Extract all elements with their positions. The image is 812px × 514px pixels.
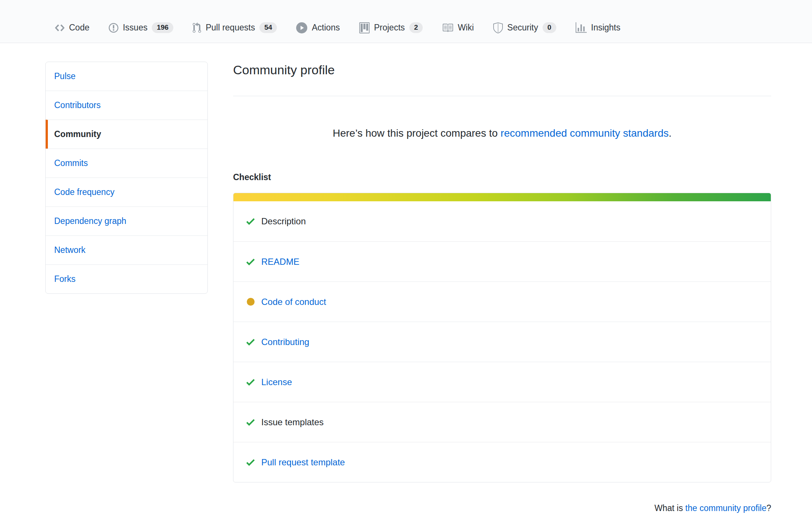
checklist-row-license: License — [233, 362, 771, 402]
nav-tab-wiki[interactable]: Wiki — [442, 22, 474, 33]
sidebar-item-commits[interactable]: Commits — [46, 149, 207, 178]
recommended-standards-link[interactable]: recommended community standards — [501, 127, 669, 139]
graph-icon — [576, 22, 587, 33]
code-icon — [55, 22, 65, 33]
community-profile-main: Community profile Here’s how this projec… — [233, 62, 771, 514]
footer-prefix: What is — [655, 503, 685, 513]
check-icon — [245, 457, 256, 468]
checklist-item-label: Description — [261, 216, 306, 227]
check-icon — [245, 256, 256, 267]
nav-tab-actions[interactable]: Actions — [296, 22, 340, 33]
community-profile-help-link[interactable]: the community profile — [685, 503, 767, 513]
issue-opened-icon — [109, 22, 118, 33]
check-icon — [245, 216, 256, 227]
sidebar-item-forks[interactable]: Forks — [46, 264, 207, 293]
pending-dot-icon — [245, 296, 256, 308]
nav-tab-security[interactable]: Security 0 — [493, 22, 556, 33]
nav-tab-pull-requests[interactable]: Pull requests 54 — [193, 22, 277, 33]
community-health-progress-bar — [233, 193, 771, 201]
checklist-row-contributing: Contributing — [233, 322, 771, 362]
play-icon — [296, 22, 307, 33]
checklist-row-description: Description — [233, 201, 771, 241]
nav-tab-label: Security — [507, 23, 538, 33]
contributing-link[interactable]: Contributing — [261, 337, 309, 347]
shield-icon — [493, 22, 503, 33]
sidebar-item-code-frequency[interactable]: Code frequency — [46, 178, 207, 206]
check-icon — [245, 377, 256, 388]
nav-tab-projects[interactable]: Projects 2 — [359, 22, 423, 33]
footer-suffix: ? — [766, 503, 771, 513]
insights-sidenav: Pulse Contributors Community Commits Cod… — [45, 62, 208, 294]
readme-link[interactable]: README — [261, 257, 299, 267]
checklist-title: Checklist — [233, 171, 771, 183]
nav-tab-label: Projects — [374, 23, 405, 33]
sidebar-item-network[interactable]: Network — [46, 235, 207, 264]
checklist-item-label: Issue templates — [261, 417, 324, 427]
nav-tab-label: Actions — [312, 23, 340, 33]
nav-tab-label: Issues — [123, 23, 147, 33]
project-icon — [359, 22, 370, 33]
sidebar-item-contributors[interactable]: Contributors — [46, 91, 207, 120]
repo-nav: Code Issues 196 Pull requests 54 Actions… — [0, 0, 812, 43]
license-link[interactable]: License — [261, 377, 292, 387]
projects-count-badge: 2 — [409, 22, 423, 33]
sidebar-item-community[interactable]: Community — [46, 120, 207, 149]
intro-suffix: . — [669, 127, 672, 139]
checklist-row-code-of-conduct: Code of conduct — [233, 282, 771, 322]
intro-sentence: Here’s how this project compares to reco… — [233, 126, 771, 141]
pull-request-template-link[interactable]: Pull request template — [261, 457, 345, 468]
checklist-row-pull-request-template: Pull request template — [233, 442, 771, 482]
sidebar-item-pulse[interactable]: Pulse — [46, 62, 207, 91]
nav-tab-label: Wiki — [458, 23, 474, 33]
nav-tab-label: Pull requests — [206, 23, 255, 33]
title-divider — [233, 96, 771, 96]
nav-tab-insights[interactable]: Insights — [576, 22, 621, 33]
intro-prefix: Here’s how this project compares to — [333, 127, 500, 139]
footer-note: What is the community profile? — [233, 502, 771, 514]
nav-tab-issues[interactable]: Issues 196 — [109, 22, 173, 33]
code-of-conduct-link[interactable]: Code of conduct — [261, 297, 326, 307]
checklist-card: Description README Code of conduct Contr… — [233, 193, 771, 482]
insights-layout: Pulse Contributors Community Commits Cod… — [0, 43, 812, 514]
checklist-row-issue-templates: Issue templates — [233, 402, 771, 442]
security-count-badge: 0 — [543, 22, 556, 33]
page-title: Community profile — [233, 62, 771, 78]
issues-count-badge: 196 — [152, 22, 173, 33]
checklist-row-readme: README — [233, 241, 771, 282]
nav-tab-code[interactable]: Code — [55, 22, 89, 33]
check-icon — [245, 417, 256, 428]
nav-tab-label: Insights — [591, 23, 621, 33]
nav-tab-label: Code — [69, 23, 89, 33]
git-pull-request-icon — [193, 22, 201, 33]
book-icon — [442, 22, 453, 33]
sidebar-item-dependency-graph[interactable]: Dependency graph — [46, 206, 207, 235]
pull-requests-count-badge: 54 — [259, 22, 277, 33]
check-icon — [245, 336, 256, 348]
